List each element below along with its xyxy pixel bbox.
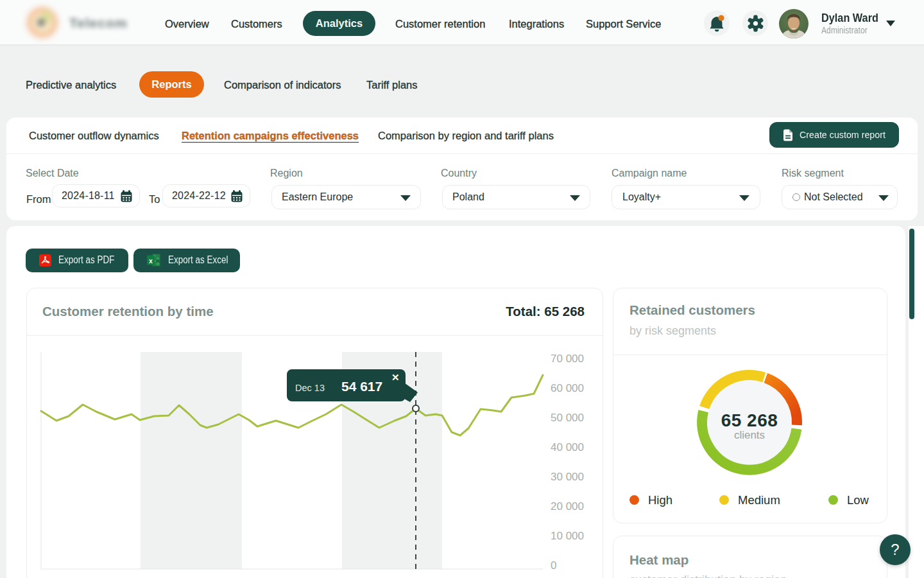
svg-text:x: x <box>149 257 153 265</box>
